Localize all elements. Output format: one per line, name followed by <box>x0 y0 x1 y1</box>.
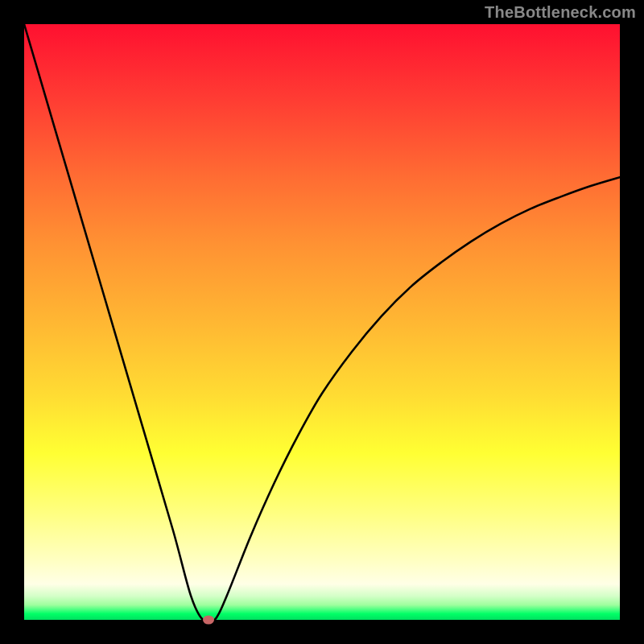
chart-frame: TheBottleneck.com <box>0 0 644 644</box>
attribution-text: TheBottleneck.com <box>485 3 636 22</box>
bottleneck-curve-path <box>24 24 620 620</box>
plot-area <box>24 24 620 620</box>
curve-svg <box>24 24 620 620</box>
bottleneck-marker <box>203 616 214 625</box>
